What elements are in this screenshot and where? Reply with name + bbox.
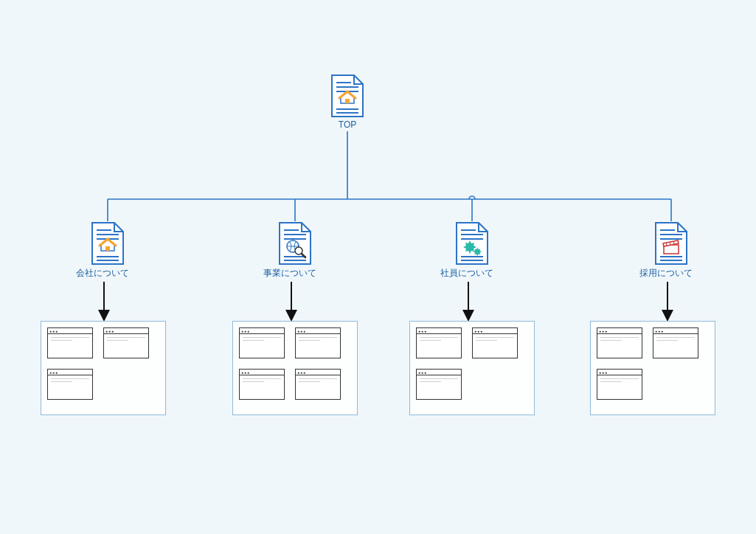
sitemap-canvas: TOP 会社について 事業について 社員について 採用について ●●● ●●● … — [0, 0, 756, 534]
node-company[interactable]: 会社について — [89, 221, 126, 280]
subpage-thumb[interactable]: ●●● — [103, 327, 149, 358]
home-doc-icon — [89, 221, 126, 266]
subpage-thumb[interactable]: ●●● — [47, 369, 93, 400]
subpage-thumb[interactable]: ●●● — [416, 369, 462, 400]
subpage-thumb[interactable]: ●●● — [472, 327, 518, 358]
node-recruit-label: 採用について — [639, 267, 690, 280]
video-doc-icon — [653, 221, 690, 266]
node-recruit[interactable]: 採用について — [653, 221, 690, 280]
node-top[interactable]: TOP — [329, 74, 366, 130]
subpages-recruit: ●●● ●●● ●●● — [590, 321, 715, 415]
node-staff[interactable]: 社員について — [454, 221, 490, 280]
node-business-label: 事業について — [263, 267, 313, 280]
node-company-label: 会社について — [76, 267, 126, 280]
subpage-thumb[interactable]: ●●● — [239, 327, 285, 358]
home-doc-icon — [329, 74, 366, 118]
subpage-thumb[interactable]: ●●● — [416, 327, 462, 358]
subpage-thumb[interactable]: ●●● — [597, 369, 642, 400]
subpage-thumb[interactable]: ●●● — [295, 327, 341, 358]
subpage-thumb[interactable]: ●●● — [295, 369, 341, 400]
subpages-staff: ●●● ●●● ●●● — [409, 321, 535, 415]
node-top-label: TOP — [329, 119, 366, 130]
subpage-thumb[interactable]: ●●● — [653, 327, 698, 358]
subpages-company: ●●● ●●● ●●● — [41, 321, 166, 415]
subpage-thumb[interactable]: ●●● — [597, 327, 642, 358]
gear-doc-icon — [454, 221, 490, 266]
node-business[interactable]: 事業について — [277, 221, 313, 280]
subpages-business: ●●● ●●● ●●● ●●● — [232, 321, 358, 415]
subpage-thumb[interactable]: ●●● — [47, 327, 93, 358]
subpage-thumb[interactable]: ●●● — [239, 369, 285, 400]
search-doc-icon — [277, 221, 313, 266]
node-staff-label: 社員について — [440, 267, 490, 280]
